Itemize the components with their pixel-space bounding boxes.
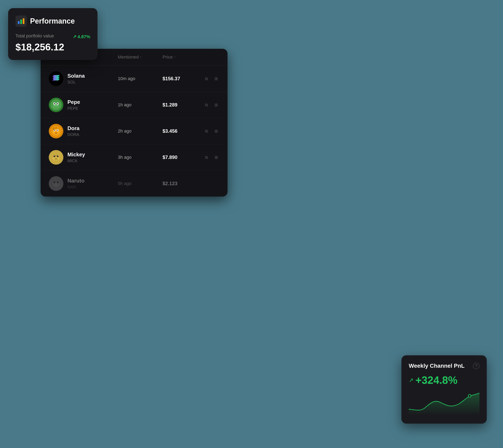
pnl-chart: [409, 391, 479, 415]
portfolio-value: $18,256.12: [16, 41, 90, 53]
svg-point-25: [57, 152, 61, 156]
table-row: Mickey MICK 3h ago $7.890 ⧉ ⊞: [41, 144, 228, 170]
pnl-number: +324.8%: [415, 374, 457, 386]
token-info-pepe: Pepe PEPE: [67, 99, 80, 111]
portfolio-label: Total portfolio value: [16, 33, 54, 39]
pnl-up-arrow-icon: ↗: [409, 377, 413, 383]
token-time-dora: 2h ago: [118, 129, 162, 134]
svg-point-15: [57, 130, 58, 131]
avatar-naruto: [49, 176, 63, 191]
sort-arrow-mentioned: ↑: [140, 55, 141, 59]
copy-button-pepe[interactable]: ⧉: [203, 101, 210, 109]
token-cell-naruto: Naruto NAR: [49, 176, 118, 191]
svg-point-32: [468, 395, 471, 397]
token-price-dora: $3.456: [162, 128, 203, 134]
table-row: Pepe PEPE 1h ago $1.289 ⧉ ⊞: [41, 92, 228, 118]
pnl-card: Weekly Channel PnL ? ↗ +324.8%: [401, 355, 487, 424]
pnl-value: ↗ +324.8%: [409, 374, 479, 386]
svg-point-30: [54, 182, 55, 183]
svg-point-8: [57, 103, 58, 104]
performance-card: Performance Total portfolio value ↗ 4.87…: [8, 8, 97, 60]
avatar-sol: [49, 71, 63, 86]
svg-rect-1: [20, 19, 22, 24]
token-info-naruto: Naruto NAR: [67, 178, 84, 189]
token-cell-mickey: Mickey MICK: [49, 150, 118, 165]
token-actions-pepe: ⧉ ⊞: [203, 101, 220, 109]
external-link-button-sol[interactable]: ⊞: [213, 75, 220, 83]
col-header-actions: [203, 54, 220, 60]
token-info-dora: Dora DORA: [67, 125, 79, 137]
svg-rect-0: [18, 21, 19, 24]
token-cell-pepe: Pepe PEPE: [49, 98, 118, 112]
token-time-sol: 10m ago: [118, 76, 162, 81]
performance-header: Performance: [16, 16, 90, 27]
copy-button-mickey[interactable]: ⧉: [203, 153, 210, 161]
token-info-sol: Solana SOL: [67, 73, 85, 84]
copy-button-dora[interactable]: ⧉: [203, 127, 210, 135]
avatar-pepe: [49, 98, 63, 112]
external-link-button-dora[interactable]: ⊞: [213, 127, 220, 135]
portfolio-change: ↗ 4.87%: [73, 34, 90, 39]
svg-point-24: [51, 152, 55, 156]
svg-point-23: [55, 158, 58, 159]
token-info-mickey: Mickey MICK: [67, 151, 85, 163]
col-header-mentioned: Mentioned ↑: [118, 54, 162, 60]
token-actions-dora: ⧉ ⊞: [203, 127, 220, 135]
token-cell-dora: Dora DORA: [49, 124, 118, 138]
avatar-dora: [49, 124, 63, 138]
token-time-pepe: 1h ago: [118, 102, 162, 108]
table-row: Naruto NAR 5h ago $2.123: [41, 170, 228, 197]
svg-point-9: [54, 105, 58, 106]
token-price-naruto: $2.123: [162, 181, 203, 186]
pnl-title: Weekly Channel PnL: [409, 363, 465, 369]
token-time-naruto: 5h ago: [118, 181, 162, 186]
avatar-mickey: [49, 150, 63, 165]
svg-point-31: [57, 182, 58, 183]
copy-button-sol[interactable]: ⧉: [203, 75, 210, 83]
token-price-mickey: $7.890: [162, 154, 203, 160]
token-cell-sol: Solana SOL: [49, 71, 118, 86]
pnl-header: Weekly Channel PnL ?: [409, 363, 479, 369]
sort-arrow-price: ↑: [174, 55, 175, 59]
pnl-help-button[interactable]: ?: [473, 363, 479, 369]
svg-rect-2: [23, 18, 24, 24]
svg-point-7: [54, 103, 55, 104]
token-price-sol: $156.37: [162, 76, 203, 82]
up-arrow-icon: ↗: [73, 34, 76, 39]
col-header-price: Price ↑: [162, 54, 203, 60]
performance-icon: [16, 16, 27, 27]
mentioned-tokens-table: Mentioned Tokens Mentioned ↑ Price ↑: [41, 49, 228, 197]
external-link-button-mickey[interactable]: ⊞: [213, 153, 220, 161]
token-actions-sol: ⧉ ⊞: [203, 75, 220, 83]
token-price-pepe: $1.289: [162, 102, 203, 108]
token-actions-mickey: ⧉ ⊞: [203, 153, 220, 161]
external-link-button-pepe[interactable]: ⊞: [213, 101, 220, 109]
table-row: Dora DORA 2h ago $3.456 ⧉ ⊞: [41, 118, 228, 144]
svg-point-21: [54, 156, 55, 156]
portfolio-row: Total portfolio value ↗ 4.87%: [16, 33, 90, 40]
table-row: Solana SOL 10m ago $156.37 ⧉ ⊞: [41, 66, 228, 92]
token-time-mickey: 3h ago: [118, 155, 162, 160]
performance-title: Performance: [30, 17, 75, 25]
